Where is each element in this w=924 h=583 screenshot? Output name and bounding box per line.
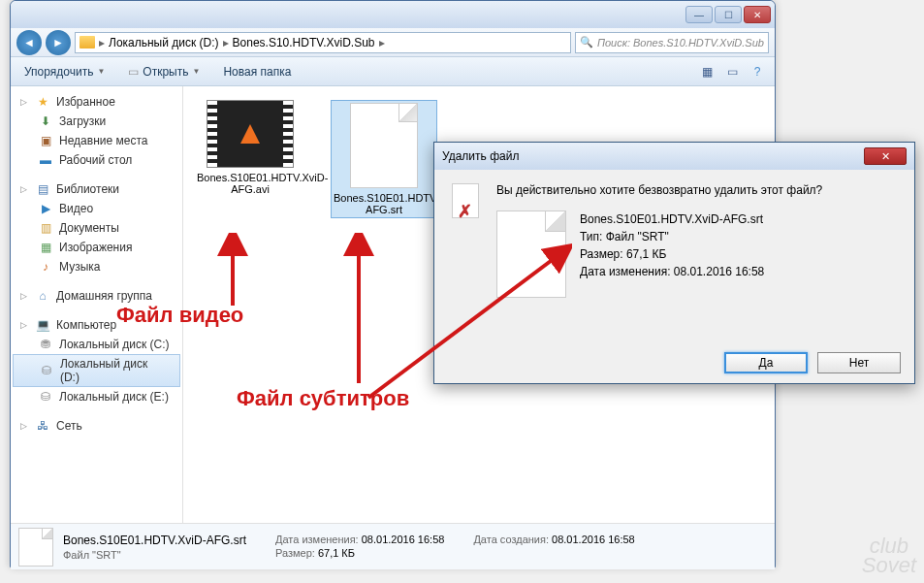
organize-button[interactable]: Упорядочить▼: [18, 63, 111, 81]
sidebar-libraries[interactable]: ▷▤Библиотеки: [11, 179, 182, 199]
sidebar-item-drive-e[interactable]: ⛁Локальный диск (E:): [11, 387, 182, 406]
sidebar-computer[interactable]: ▷💻Компьютер: [11, 315, 182, 335]
forward-button[interactable]: ►: [46, 30, 71, 55]
breadcrumb[interactable]: ▸ Локальный диск (D:) ▸ Bones.S10.HDTV.X…: [75, 32, 571, 53]
delete-warning-icon: ✗: [452, 183, 483, 222]
delete-dialog: Удалить файл ✕ ✗ Вы действительно хотите…: [433, 142, 915, 384]
sidebar-favorites[interactable]: ▷★Избранное: [11, 92, 182, 112]
toolbar: Упорядочить▼ ▭Открыть▼ Новая папка ▦ ▭ ?: [11, 57, 775, 86]
help-button[interactable]: ?: [748, 62, 767, 81]
dialog-message: Вы действительно хотите безвозвратно уда…: [496, 183, 897, 197]
dialog-close-button[interactable]: ✕: [864, 147, 907, 165]
open-button[interactable]: ▭Открыть▼: [122, 63, 206, 81]
dialog-file-info: Bones.S10E01.HDTV.XviD-AFG.srt Тип: Файл…: [580, 211, 764, 298]
details-pane: Bones.S10E01.HDTV.XviD-AFG.srt Файл "SRT…: [11, 523, 775, 569]
close-button[interactable]: ✕: [744, 6, 771, 23]
dialog-title-bar[interactable]: Удалить файл ✕: [434, 143, 914, 170]
file-video[interactable]: Bones.S10E01.HDTV.XviD-AFG.avi: [197, 100, 303, 195]
sidebar-item-recent[interactable]: ▣Недавние места: [11, 131, 182, 150]
sidebar-network[interactable]: ▷🖧Сеть: [11, 416, 182, 436]
file-name: Bones.S10E01.HDTV.XviD-AFG.srt: [334, 192, 434, 215]
breadcrumb-drive[interactable]: Локальный диск (D:): [109, 36, 219, 49]
sidebar-item-drive-c[interactable]: ⛃Локальный диск (C:): [11, 335, 182, 354]
view-button[interactable]: ▦: [697, 62, 717, 81]
maximize-button[interactable]: ☐: [715, 6, 742, 23]
file-icon: [350, 103, 418, 188]
folder-icon: [80, 36, 95, 49]
search-input[interactable]: 🔍 Поиск: Bones.S10.HDTV.XviD.Sub: [575, 32, 769, 53]
no-button[interactable]: Нет: [817, 352, 901, 373]
sidebar-homegroup[interactable]: ▷⌂Домашняя группа: [11, 286, 182, 306]
file-icon: [18, 528, 53, 567]
sidebar-item-music[interactable]: ♪Музыка: [11, 257, 182, 276]
breadcrumb-folder[interactable]: Bones.S10.HDTV.XviD.Sub: [233, 36, 375, 49]
sidebar: ▷★Избранное ⬇Загрузки ▣Недавние места ▬Р…: [11, 86, 183, 523]
title-bar[interactable]: — ☐ ✕: [11, 1, 775, 28]
sidebar-item-desktop[interactable]: ▬Рабочий стол: [11, 150, 182, 170]
yes-button[interactable]: Да: [724, 352, 808, 373]
nav-bar: ◄ ► ▸ Локальный диск (D:) ▸ Bones.S10.HD…: [11, 28, 775, 57]
details-filename: Bones.S10E01.HDTV.XviD-AFG.srt: [63, 534, 246, 547]
file-icon: [496, 211, 566, 298]
sidebar-item-drive-d[interactable]: ⛁Локальный диск (D:): [13, 354, 180, 387]
search-icon: 🔍: [580, 36, 593, 49]
back-button[interactable]: ◄: [16, 30, 42, 55]
sidebar-item-documents[interactable]: ▥Документы: [11, 218, 182, 238]
sidebar-item-pictures[interactable]: ▦Изображения: [11, 238, 182, 257]
sidebar-item-video[interactable]: ▶Видео: [11, 199, 182, 218]
file-subtitle[interactable]: Bones.S10E01.HDTV.XviD-AFG.srt: [331, 100, 437, 218]
new-folder-button[interactable]: Новая папка: [217, 63, 297, 81]
dialog-title: Удалить файл: [442, 149, 519, 163]
details-filetype: Файл "SRT": [63, 549, 246, 561]
file-name: Bones.S10E01.HDTV.XviD-AFG.avi: [197, 172, 303, 195]
minimize-button[interactable]: —: [685, 6, 713, 23]
sidebar-item-downloads[interactable]: ⬇Загрузки: [11, 112, 182, 131]
preview-button[interactable]: ▭: [722, 62, 742, 81]
watermark: club Sovet: [862, 536, 916, 575]
video-thumbnail-icon: [207, 100, 294, 168]
